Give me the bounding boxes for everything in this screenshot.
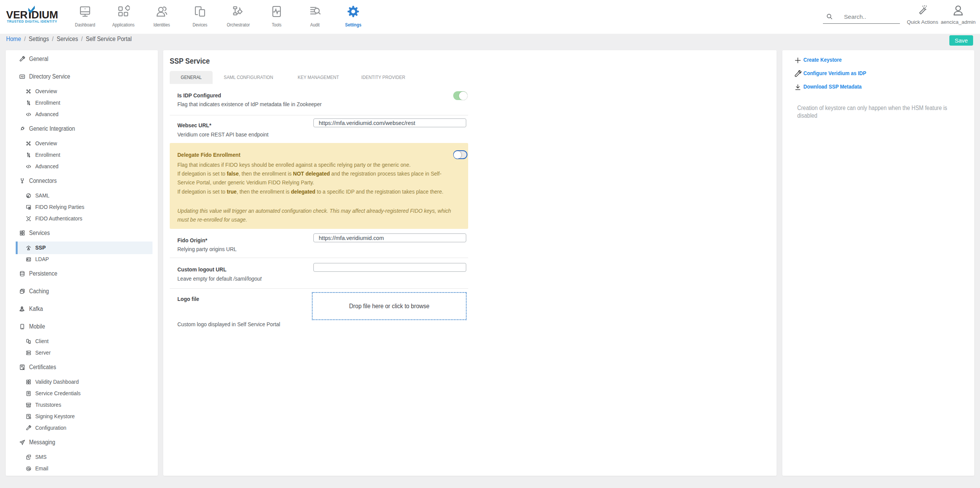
svg-text:TRUSTED DIGITAL IDENTITY: TRUSTED DIGITAL IDENTITY [7,20,57,23]
svg-text:VER: VER [6,9,28,21]
svg-text:AD: AD [21,76,24,78]
svg-text:DIUM: DIUM [31,9,58,21]
